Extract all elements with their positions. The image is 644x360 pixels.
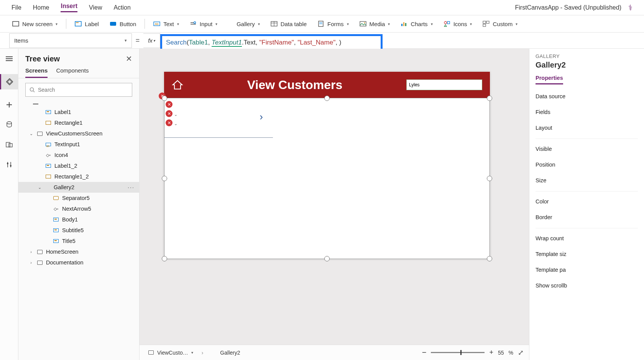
- insert-ribbon: New screen ▾ Label Button Ab Text ▾ Inpu…: [0, 15, 644, 33]
- tab-components[interactable]: Components: [56, 67, 89, 78]
- tab-screens[interactable]: Screens: [25, 67, 48, 78]
- customer-search-input[interactable]: [406, 79, 482, 90]
- forms-dropdown[interactable]: Forms ▾: [313, 18, 353, 30]
- tree-item-subtitle5[interactable]: Subtitle5: [18, 225, 139, 236]
- resize-handle[interactable]: [487, 256, 492, 261]
- advanced-rail-icon[interactable]: [5, 160, 14, 169]
- tree-item-homescreen[interactable]: ›HomeScreen: [18, 246, 139, 257]
- breadcrumb-control[interactable]: Gallery2: [209, 348, 243, 357]
- tree-item-rectangle1_2[interactable]: Rectangle1_2: [18, 171, 139, 182]
- prop-showscroll[interactable]: Show scrollb: [536, 277, 638, 293]
- icons-dropdown[interactable]: Icons ▾: [439, 18, 477, 30]
- control-name[interactable]: Gallery2: [536, 61, 638, 69]
- prop-fields[interactable]: Fields: [536, 104, 638, 120]
- menu-home[interactable]: Home: [33, 4, 49, 11]
- app-checker-icon[interactable]: ⚕: [628, 3, 632, 12]
- menu-action[interactable]: Action: [113, 4, 130, 11]
- gallery-dropdown[interactable]: Gallery ▾: [223, 18, 264, 30]
- home-icon[interactable]: [172, 79, 183, 90]
- input-dropdown[interactable]: Input ▾: [185, 18, 222, 30]
- tree-item-label1[interactable]: Label1: [18, 107, 139, 117]
- prop-size[interactable]: Size: [536, 172, 638, 188]
- tree-item-label: Label1: [54, 109, 71, 115]
- gallery-icon: [212, 350, 217, 355]
- breadcrumb-screen[interactable]: ViewCusto… ▾: [145, 348, 196, 357]
- prop-color[interactable]: Color: [536, 191, 638, 209]
- media-rail-icon[interactable]: [5, 140, 14, 149]
- button-button[interactable]: Button: [105, 18, 141, 30]
- prop-position[interactable]: Position: [536, 157, 638, 172]
- resize-handle[interactable]: [162, 176, 167, 181]
- text-dropdown[interactable]: Ab Text ▾: [149, 18, 184, 30]
- svg-point-38: [10, 165, 12, 167]
- resize-handle[interactable]: [162, 96, 167, 101]
- charts-icon: [401, 20, 407, 27]
- zoom-in-button[interactable]: +: [489, 348, 493, 357]
- resize-handle[interactable]: [324, 256, 330, 261]
- fit-to-window-icon[interactable]: ⤢: [518, 348, 524, 357]
- resize-handle[interactable]: [162, 256, 167, 261]
- prop-templatepad[interactable]: Template pa: [536, 262, 638, 277]
- prop-templatesize[interactable]: Template siz: [536, 246, 638, 262]
- tree-search-box[interactable]: [25, 83, 132, 97]
- resize-handle[interactable]: [487, 176, 492, 181]
- tree-item-label: Subtitle5: [62, 227, 84, 233]
- menu-view[interactable]: View: [89, 4, 102, 11]
- input-icon: [190, 20, 197, 27]
- tree-item-nextarrow5[interactable]: ◇▫NextArrow5: [18, 203, 139, 214]
- tree-item-textinput1[interactable]: TextInput1: [18, 139, 139, 150]
- menu-insert[interactable]: Insert: [61, 3, 77, 12]
- tree-item-label: Title5: [62, 238, 76, 244]
- resize-handle[interactable]: [324, 96, 330, 101]
- hamburger-icon[interactable]: [5, 54, 14, 63]
- property-selector[interactable]: Items ▾: [9, 33, 132, 48]
- svg-point-39: [30, 88, 34, 91]
- tree-search-input[interactable]: [38, 87, 128, 93]
- charts-dropdown[interactable]: Charts ▾: [396, 18, 437, 30]
- prop-border[interactable]: Border: [536, 209, 638, 225]
- new-screen-button[interactable]: New screen ▾: [8, 18, 62, 30]
- tree-item-icon4[interactable]: ◇▫Icon4: [18, 150, 139, 160]
- chevron-right-icon[interactable]: ›: [28, 260, 34, 265]
- gallery-selection-box[interactable]: [164, 98, 490, 259]
- more-icon[interactable]: ···: [128, 184, 135, 190]
- tree-view-icon[interactable]: [0, 74, 18, 89]
- media-dropdown[interactable]: Media ▾: [355, 18, 395, 30]
- chevron-down-icon: ▾: [258, 22, 260, 26]
- insert-rail-icon[interactable]: [5, 100, 14, 109]
- tree-item-body1[interactable]: Body1: [18, 214, 139, 225]
- icons-label: Icons: [453, 21, 467, 27]
- tree-item-gallery2[interactable]: ⌄Gallery2···: [18, 182, 139, 193]
- prop-visible[interactable]: Visible: [536, 139, 638, 157]
- close-icon[interactable]: ✕: [126, 54, 132, 63]
- formula-token: ): [339, 39, 342, 46]
- tree-item-label1_2[interactable]: Label1_2: [18, 160, 139, 171]
- tree-item-collapse[interactable]: [18, 101, 139, 107]
- zoom-out-button[interactable]: −: [422, 348, 427, 357]
- canvas-area[interactable]: View Customers ✕ ✕ ✕⌄ ✕⌄ ›: [140, 49, 529, 360]
- tree-item-separator5[interactable]: Separator5: [18, 193, 139, 203]
- resize-handle[interactable]: [487, 96, 492, 101]
- media-icon: [360, 20, 366, 27]
- prop-layout[interactable]: Layout: [536, 120, 638, 135]
- tree-item-documentation[interactable]: ›Documentation: [18, 257, 139, 268]
- custom-dropdown[interactable]: Custom ▾: [478, 18, 522, 30]
- tree-item-rectangle1[interactable]: Rectangle1: [18, 117, 139, 128]
- chevron-down-icon[interactable]: ⌄: [28, 131, 34, 136]
- svg-rect-34: [9, 144, 12, 147]
- tree-item-title5[interactable]: Title5: [18, 236, 139, 246]
- fx-button[interactable]: fx▾: [143, 33, 160, 48]
- zoom-slider[interactable]: [431, 352, 485, 353]
- tab-properties[interactable]: Properties: [536, 75, 563, 84]
- chevron-down-icon: ▾: [177, 22, 179, 26]
- tree-item-viewcustomersscreen[interactable]: ⌄ViewCustomersScreen: [18, 128, 139, 139]
- chevron-right-icon[interactable]: ›: [28, 249, 34, 254]
- prop-wrapcount[interactable]: Wrap count: [536, 228, 638, 246]
- datatable-button[interactable]: Data table: [266, 18, 311, 30]
- chevron-down-icon: ▾: [388, 22, 390, 26]
- data-rail-icon[interactable]: [5, 120, 14, 129]
- chevron-down-icon[interactable]: ⌄: [37, 185, 42, 190]
- menu-file[interactable]: File: [12, 4, 21, 11]
- prop-datasource[interactable]: Data source: [536, 88, 638, 104]
- label-button[interactable]: Label: [70, 18, 104, 30]
